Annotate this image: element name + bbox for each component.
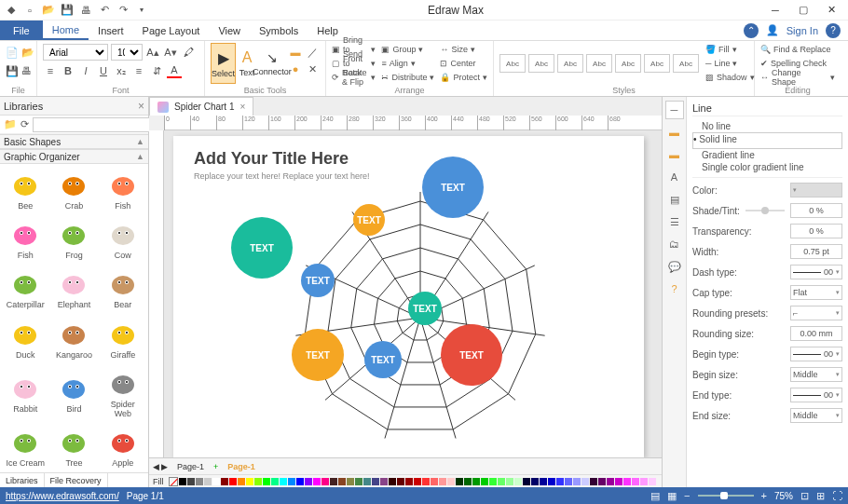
shape-bear[interactable]: Bear: [100, 265, 146, 312]
color-swatch[interactable]: [607, 478, 614, 485]
style-preset[interactable]: Abc: [673, 54, 699, 73]
color-swatch[interactable]: [246, 478, 253, 485]
section-basic-shapes[interactable]: Basic Shapes▲: [0, 134, 148, 149]
round-preset-select[interactable]: ⌐: [790, 306, 842, 320]
transparency-value[interactable]: 0 %: [790, 224, 842, 238]
chart-subtitle[interactable]: Replace your text here! Replace your tex…: [194, 171, 370, 181]
style-preset[interactable]: Abc: [557, 54, 583, 73]
line-button[interactable]: ─ Line ▾: [705, 57, 755, 70]
prop-tab-help[interactable]: ?: [665, 279, 684, 298]
document-tab[interactable]: Spider Chart 1 ×: [149, 97, 253, 116]
help-icon[interactable]: ?: [826, 23, 841, 38]
shape-rect-icon[interactable]: ▬: [288, 45, 303, 60]
color-swatch[interactable]: [431, 478, 438, 485]
prop-tab-text[interactable]: A: [665, 168, 684, 186]
maximize-button[interactable]: ▢: [790, 3, 816, 18]
chart-bubble[interactable]: TEXT: [422, 157, 484, 218]
close-button[interactable]: ✕: [818, 3, 844, 18]
color-swatch[interactable]: [355, 478, 362, 485]
color-swatch[interactable]: [623, 478, 631, 485]
spider-chart[interactable]: TEXTTEXTTEXTTEXTTEXTTEXTTEXTTEXT: [285, 183, 555, 453]
new-icon[interactable]: ▫: [22, 3, 37, 18]
color-swatch[interactable]: [514, 478, 522, 485]
find-button[interactable]: 🔍 Find & Replace: [760, 43, 835, 56]
shape-fish[interactable]: Fish: [100, 166, 146, 213]
no-fill-icon[interactable]: [169, 477, 178, 486]
zoom-out-icon[interactable]: −: [684, 490, 690, 501]
color-swatch[interactable]: [540, 478, 547, 485]
add-page-icon[interactable]: +: [213, 462, 218, 471]
color-swatch[interactable]: [464, 478, 472, 485]
shape-ice-cream[interactable]: Ice Cream: [2, 423, 48, 470]
bold-icon[interactable]: B: [61, 63, 75, 78]
prop-tab-shadow[interactable]: ▬: [665, 145, 684, 164]
print-icon[interactable]: 🖶: [78, 3, 93, 18]
menu-tab-page-layout[interactable]: Page Layout: [133, 20, 210, 40]
zoom-slider[interactable]: [698, 495, 754, 497]
chart-title[interactable]: Add Your Title Here: [194, 149, 349, 169]
color-swatch[interactable]: [472, 478, 480, 485]
shape-duck[interactable]: Duck: [2, 314, 48, 361]
style-preset[interactable]: Abc: [644, 54, 670, 73]
color-swatch[interactable]: [397, 478, 404, 485]
shape-line-icon[interactable]: ／: [305, 45, 320, 60]
style-preset[interactable]: Abc: [615, 54, 641, 73]
color-swatch[interactable]: [238, 478, 245, 485]
shape-apple[interactable]: Apple: [100, 423, 146, 470]
shape-tree[interactable]: Tree: [50, 423, 97, 470]
chart-bubble[interactable]: TEXT: [231, 217, 293, 279]
shrink-font-icon[interactable]: A▾: [163, 45, 178, 60]
color-swatch[interactable]: [229, 478, 237, 485]
zoom-in-icon[interactable]: +: [761, 490, 767, 501]
color-swatch[interactable]: [204, 478, 212, 485]
color-swatch[interactable]: [280, 478, 287, 485]
shape-cow[interactable]: Cow: [100, 215, 146, 263]
open-doc-icon[interactable]: 📂: [21, 45, 34, 60]
chart-bubble[interactable]: TEXT: [408, 292, 442, 325]
color-swatch[interactable]: [179, 478, 186, 485]
shape-circle-icon[interactable]: ●: [288, 61, 303, 76]
align-icon[interactable]: ≡: [131, 63, 146, 78]
ribbon-min-icon[interactable]: ⌃: [744, 23, 759, 38]
page-next-icon[interactable]: ▶: [161, 462, 168, 471]
color-swatch[interactable]: [498, 478, 505, 485]
shape-frog[interactable]: Frog: [50, 215, 97, 263]
view-icon-2[interactable]: ▦: [667, 490, 677, 502]
color-swatch[interactable]: [221, 478, 228, 485]
refresh-icon[interactable]: ⟳: [21, 117, 29, 132]
prop-tab-layer[interactable]: ☰: [665, 212, 684, 231]
color-swatch[interactable]: [590, 478, 597, 485]
color-swatch[interactable]: [506, 478, 513, 485]
menu-tab-help[interactable]: Help: [308, 20, 348, 40]
color-swatch[interactable]: [321, 478, 329, 485]
section-graphic-organizer[interactable]: Graphic Organizer▲: [0, 149, 148, 164]
color-swatch[interactable]: [405, 478, 413, 485]
chart-bubble[interactable]: TEXT: [292, 329, 344, 381]
shape-bee[interactable]: Bee: [2, 166, 48, 213]
end-type-select[interactable]: 00: [790, 388, 842, 402]
minimize-button[interactable]: ─: [762, 3, 788, 18]
select-tool-button[interactable]: ▶Select: [211, 43, 236, 84]
color-swatch[interactable]: [456, 478, 463, 485]
save-icon[interactable]: 💾: [60, 3, 75, 18]
color-swatch[interactable]: [363, 478, 371, 485]
sub-icon[interactable]: x₂: [114, 63, 129, 78]
redo-icon[interactable]: ↷: [116, 3, 130, 18]
rotate-button[interactable]: ⟳ Rotate & Flip ▾: [332, 71, 376, 84]
distribute-button[interactable]: ∺ Distribute ▾: [381, 71, 434, 84]
color-swatch[interactable]: [565, 478, 572, 485]
style-preset[interactable]: Abc: [586, 54, 612, 73]
shape-elephant[interactable]: Elephant: [50, 265, 97, 312]
shape-rabbit[interactable]: Rabbit: [2, 364, 48, 421]
canvas[interactable]: Add Your Title Here Replace your text he…: [164, 130, 662, 457]
color-swatch[interactable]: [531, 478, 539, 485]
color-swatch[interactable]: [288, 478, 295, 485]
color-swatch[interactable]: [338, 478, 346, 485]
color-swatch[interactable]: [581, 478, 589, 485]
page-tab-active[interactable]: Page-1: [220, 462, 263, 471]
width-value[interactable]: 0.75 pt: [790, 244, 842, 259]
line-type-option[interactable]: Gradient line: [692, 149, 842, 161]
color-swatch[interactable]: [523, 478, 530, 485]
change-shape-button[interactable]: ↔ Change Shape ▾: [760, 71, 835, 84]
avatar-icon[interactable]: 👤: [766, 24, 779, 36]
